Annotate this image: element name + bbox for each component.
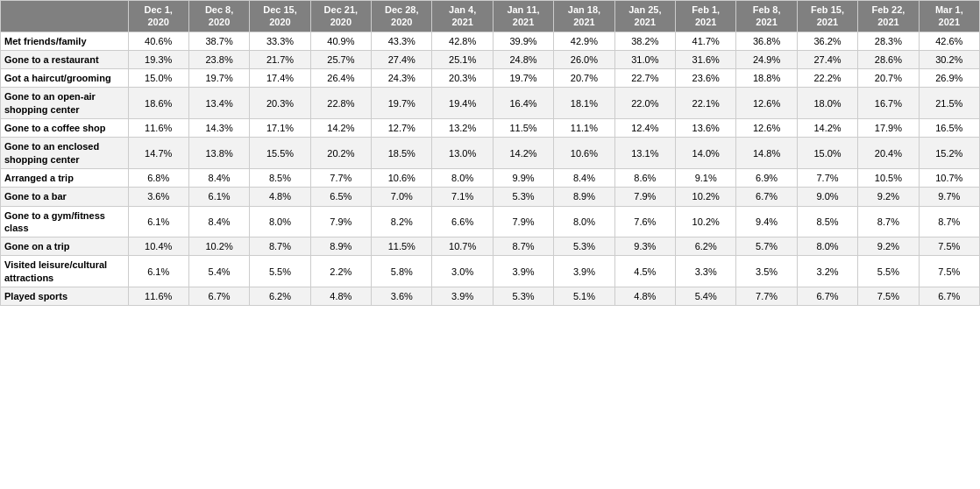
cell-r0-c8: 38.2% — [614, 32, 675, 50]
cell-r11-c8: 4.8% — [614, 287, 675, 306]
cell-r0-c9: 41.7% — [676, 32, 736, 50]
cell-r9-c13: 7.5% — [919, 237, 979, 256]
cell-r5-c10: 14.8% — [736, 138, 797, 169]
column-header-feb22: Feb 22,2021 — [858, 1, 919, 32]
cell-r4-c8: 12.4% — [614, 119, 675, 138]
cell-r3-c0: 18.6% — [128, 88, 188, 119]
row-label-10: Visited leisure/cultural attractions — [1, 256, 129, 287]
table-row: Gone to a restaurant19.3%23.8%21.7%25.7%… — [1, 50, 980, 68]
cell-r8-c11: 8.5% — [797, 206, 857, 237]
cell-r5-c3: 20.2% — [310, 138, 371, 169]
table-row: Gone to a coffee shop11.6%14.3%17.1%14.2… — [1, 119, 980, 138]
cell-r10-c13: 7.5% — [919, 256, 979, 287]
cell-r0-c11: 36.2% — [797, 32, 857, 50]
cell-r7-c11: 9.0% — [797, 188, 857, 206]
cell-r0-c6: 39.9% — [493, 32, 553, 50]
cell-r9-c4: 11.5% — [372, 237, 432, 256]
row-label-2: Got a haircut/grooming — [1, 69, 129, 88]
cell-r6-c9: 9.1% — [676, 168, 736, 187]
cell-r11-c1: 6.7% — [188, 287, 249, 306]
cell-r4-c4: 12.7% — [372, 119, 432, 138]
cell-r5-c4: 18.5% — [372, 138, 432, 169]
cell-r2-c10: 18.8% — [736, 69, 797, 88]
cell-r0-c0: 40.6% — [128, 32, 188, 50]
cell-r3-c11: 18.0% — [797, 88, 857, 119]
cell-r3-c7: 18.1% — [554, 88, 614, 119]
cell-r10-c5: 3.0% — [432, 256, 493, 287]
cell-r5-c9: 14.0% — [676, 138, 736, 169]
table-row: Arranged a trip6.8%8.4%8.5%7.7%10.6%8.0%… — [1, 168, 980, 187]
cell-r6-c5: 8.0% — [432, 168, 493, 187]
row-label-4: Gone to a coffee shop — [1, 119, 129, 138]
cell-r7-c12: 9.2% — [858, 188, 919, 206]
cell-r2-c9: 23.6% — [676, 69, 736, 88]
table-row: Played sports11.6%6.7%6.2%4.8%3.6%3.9%5.… — [1, 287, 980, 306]
cell-r3-c2: 20.3% — [250, 88, 310, 119]
cell-r10-c1: 5.4% — [188, 256, 249, 287]
column-header-dec15: Dec 15,2020 — [250, 1, 310, 32]
cell-r10-c9: 3.3% — [676, 256, 736, 287]
column-header-dec1: Dec 1,2020 — [128, 1, 188, 32]
cell-r3-c3: 22.8% — [310, 88, 371, 119]
cell-r0-c4: 43.3% — [372, 32, 432, 50]
cell-r11-c10: 7.7% — [736, 287, 797, 306]
cell-r8-c2: 8.0% — [250, 206, 310, 237]
cell-r9-c0: 10.4% — [128, 237, 188, 256]
row-label-5: Gone to an enclosed shopping center — [1, 138, 129, 169]
cell-r9-c8: 9.3% — [614, 237, 675, 256]
cell-r6-c7: 8.4% — [554, 168, 614, 187]
cell-r5-c7: 10.6% — [554, 138, 614, 169]
cell-r7-c7: 8.9% — [554, 188, 614, 206]
table-row: Gone to a bar3.6%6.1%4.8%6.5%7.0%7.1%5.3… — [1, 188, 980, 206]
cell-r1-c12: 28.6% — [858, 50, 919, 68]
cell-r1-c8: 31.0% — [614, 50, 675, 68]
cell-r11-c6: 5.3% — [493, 287, 553, 306]
cell-r2-c4: 24.3% — [372, 69, 432, 88]
cell-r4-c1: 14.3% — [188, 119, 249, 138]
cell-r8-c5: 6.6% — [432, 206, 493, 237]
cell-r3-c8: 22.0% — [614, 88, 675, 119]
cell-r8-c3: 7.9% — [310, 206, 371, 237]
cell-r8-c0: 6.1% — [128, 206, 188, 237]
cell-r6-c10: 6.9% — [736, 168, 797, 187]
cell-r9-c5: 10.7% — [432, 237, 493, 256]
cell-r10-c2: 5.5% — [250, 256, 310, 287]
cell-r10-c10: 3.5% — [736, 256, 797, 287]
cell-r8-c7: 8.0% — [554, 206, 614, 237]
cell-r11-c5: 3.9% — [432, 287, 493, 306]
cell-r8-c1: 8.4% — [188, 206, 249, 237]
table-row: Gone to a gym/fitness class6.1%8.4%8.0%7… — [1, 206, 980, 237]
cell-r6-c3: 7.7% — [310, 168, 371, 187]
cell-r7-c2: 4.8% — [250, 188, 310, 206]
table-row: Gone to an enclosed shopping center14.7%… — [1, 138, 980, 169]
cell-r6-c4: 10.6% — [372, 168, 432, 187]
data-table: Dec 1,2020Dec 8,2020Dec 15,2020Dec 21,20… — [0, 0, 980, 306]
row-label-8: Gone to a gym/fitness class — [1, 206, 129, 237]
cell-r3-c9: 22.1% — [676, 88, 736, 119]
cell-r10-c6: 3.9% — [493, 256, 553, 287]
cell-r5-c8: 13.1% — [614, 138, 675, 169]
column-header-mar1: Mar 1,2021 — [919, 1, 979, 32]
cell-r1-c2: 21.7% — [250, 50, 310, 68]
cell-r0-c10: 36.8% — [736, 32, 797, 50]
cell-r7-c8: 7.9% — [614, 188, 675, 206]
cell-r9-c11: 8.0% — [797, 237, 857, 256]
cell-r7-c0: 3.6% — [128, 188, 188, 206]
cell-r8-c8: 7.6% — [614, 206, 675, 237]
cell-r6-c13: 10.7% — [919, 168, 979, 187]
cell-r9-c3: 8.9% — [310, 237, 371, 256]
cell-r7-c6: 5.3% — [493, 188, 553, 206]
cell-r3-c1: 13.4% — [188, 88, 249, 119]
cell-r9-c6: 8.7% — [493, 237, 553, 256]
row-label-1: Gone to a restaurant — [1, 50, 129, 68]
cell-r6-c8: 8.6% — [614, 168, 675, 187]
cell-r9-c7: 5.3% — [554, 237, 614, 256]
cell-r11-c3: 4.8% — [310, 287, 371, 306]
cell-r9-c1: 10.2% — [188, 237, 249, 256]
cell-r4-c7: 11.1% — [554, 119, 614, 138]
cell-r10-c3: 2.2% — [310, 256, 371, 287]
row-label-6: Arranged a trip — [1, 168, 129, 187]
cell-r3-c4: 19.7% — [372, 88, 432, 119]
cell-r0-c1: 38.7% — [188, 32, 249, 50]
cell-r7-c10: 6.7% — [736, 188, 797, 206]
